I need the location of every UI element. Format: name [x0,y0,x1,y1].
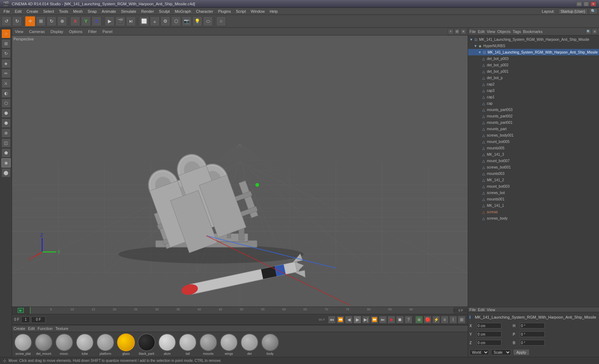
tree-item-det-bot-p003[interactable]: △ det_bot_p003 [468,55,599,62]
tree-item-cap2[interactable]: △ cap2 [468,81,599,87]
menu-sculpt[interactable]: Sculpt [157,9,172,14]
search-icon[interactable]: 🔍 [589,8,598,14]
tree-item-mounts-part[interactable]: △ mounts_part [468,126,599,132]
tree-item-mk141-main[interactable]: ▼ ⊡ MK_141_Launching_System_RGM_With_Har… [468,49,599,55]
viewport-close-button[interactable]: ✕ [461,29,466,34]
redo-button[interactable]: ↻ [12,16,22,26]
material-wings[interactable]: wings [219,333,238,355]
fps-input[interactable] [21,316,30,323]
tree-item-screws-body[interactable]: △ screws_body [468,215,599,221]
material-body[interactable]: body [260,333,280,355]
camera-button[interactable]: 📷 [182,16,192,26]
render-view-button[interactable]: ▶ [105,16,115,26]
select-button[interactable]: ⊕ [57,16,67,26]
next-button[interactable]: ▶| [362,316,370,324]
viewport-menu-filter[interactable]: Filter [87,29,98,34]
play-button[interactable]: ▶ [353,316,361,324]
undo-button[interactable]: ↺ [1,16,11,26]
material-tube[interactable]: tube [75,333,94,355]
viewport-menu-cameras[interactable]: Cameras [28,29,46,34]
tree-item-det-bot-p[interactable]: △ det_bot_p [468,75,599,81]
render-btn[interactable]: 🎬 [115,16,125,26]
viewport-menu-panel[interactable]: Panel [101,29,114,34]
position-x-input[interactable] [477,323,501,329]
prev-button[interactable]: ◀ [345,316,353,324]
tree-item-cap[interactable]: △ cap [468,100,599,106]
tree-item-mk141-3[interactable]: △ MK_141_3 [468,151,599,158]
apply-button[interactable]: Apply [513,349,529,355]
menu-simulate[interactable]: Simulate [119,9,138,14]
objects-menu-view[interactable]: View [487,29,495,34]
menu-file[interactable]: File [1,9,12,14]
tree-item-mount-bot003[interactable]: △ mount_bot003 [468,183,599,189]
rotate-tool-button[interactable]: ↻ [46,16,56,26]
material-det-mount[interactable]: det_mount [34,333,53,355]
tree-item-det-bot-p001[interactable]: △ det_bot_p001 [468,68,599,75]
motion-path-button[interactable]: ⚡ [432,316,440,324]
objects-menu-objects[interactable]: Objects [497,29,510,34]
material-black-parti[interactable]: black_parti [137,333,156,355]
menu-animate[interactable]: Animate [100,9,118,14]
menu-edit[interactable]: Edit [13,9,24,14]
menu-create[interactable]: Create [24,9,40,14]
record-button[interactable]: ⏺ [388,316,395,324]
material-platform[interactable]: platform [96,333,115,355]
objects-search-icon[interactable]: 🔍 [586,29,591,34]
tree-item-cap3[interactable]: △ cap3 [468,87,599,94]
material-menu-create[interactable]: Create [13,326,25,331]
tree-item-cap1[interactable]: △ cap1 [468,94,599,100]
attrs-menu-view[interactable]: View [487,308,495,312]
x-axis-btn[interactable]: X [70,16,80,26]
menu-character[interactable]: Character [194,9,215,14]
tree-item-root[interactable]: ▼ ⊡ MK_141_Launching_System_RGM_With_Har… [468,36,599,43]
viewport-settings-button[interactable]: ⚙ [454,29,460,34]
viewport-expand-button[interactable]: + [448,29,454,34]
material-alum[interactable]: alum [158,333,177,355]
menu-window[interactable]: Window [249,9,267,14]
prev-frame-button[interactable]: ⏪ [336,316,344,324]
magnet-tool[interactable]: ◐ [1,89,11,98]
menu-mograph[interactable]: MoGraph [172,9,193,14]
tree-item-mounts001[interactable]: △ mounts001 [468,196,599,202]
menu-mesh[interactable]: Mesh [71,9,85,14]
y-axis-btn[interactable]: Y [81,16,91,26]
vr-button[interactable]: ⬭ [203,16,213,26]
menu-plugins[interactable]: Plugins [216,9,233,14]
material-screw-plat[interactable]: screw_plat [13,333,33,355]
menu-help[interactable]: Help [268,9,280,14]
current-frame-input[interactable] [31,316,45,323]
material-menu-texture[interactable]: Texture [55,326,68,331]
maximize-button[interactable]: □ [583,1,589,6]
tree-item-mounts003[interactable]: △ mounts003 [468,170,599,177]
z-axis-btn[interactable]: Z [92,16,101,26]
timeline-ruler[interactable]: ▶ 0 5 10 15 20 25 30 35 40 45 50 55 60 [12,307,468,314]
extrude-tool[interactable]: ⬡ [1,99,11,108]
layout-value[interactable]: Startup (User) [558,9,588,14]
move-tool-button[interactable]: ✛ [25,16,35,26]
keyframe-add-button[interactable]: ⊕ [415,316,423,324]
rotate-tool[interactable]: ↻ [1,49,11,58]
viewport-menu-display[interactable]: Display [49,29,65,34]
close-button[interactable]: ✕ [590,1,596,6]
tree-item-mk141-2[interactable]: △ MK_141_2 [468,177,599,183]
rotation-p-input[interactable] [520,331,545,337]
transform-type-dropdown[interactable]: Scale Move Rotate [491,349,511,355]
curve-mode-button[interactable]: ⌇ [449,316,457,324]
menu-render[interactable]: Render [139,9,156,14]
attrs-menu-edit[interactable]: Edit [478,308,485,312]
bevel-tool[interactable]: ⬢ [1,109,11,118]
tree-item-hypernurbs[interactable]: ▼ ◈ HyperNURBS [468,43,599,49]
bridge-tool[interactable]: ⬣ [1,118,11,128]
scale-tool[interactable]: ⊞ [1,39,11,48]
tree-item-mounts005[interactable]: △ mounts005 [468,145,599,151]
weld-tool[interactable]: ⊕ [1,128,11,138]
select-object-tool[interactable]: ◈ [1,59,11,68]
tree-item-screws-bot001[interactable]: △ screws_bot001 [468,164,599,170]
light-button[interactable]: 💡 [192,16,202,26]
3d-viewport[interactable]: Perspective [12,35,468,307]
additional-tool[interactable]: ⬤ [1,168,11,177]
position-y-input[interactable] [477,331,501,337]
scale-tool-button[interactable]: ⊞ [36,16,46,26]
spline-button[interactable]: ⟁ [150,16,160,26]
material-menu-edit[interactable]: Edit [28,326,35,331]
